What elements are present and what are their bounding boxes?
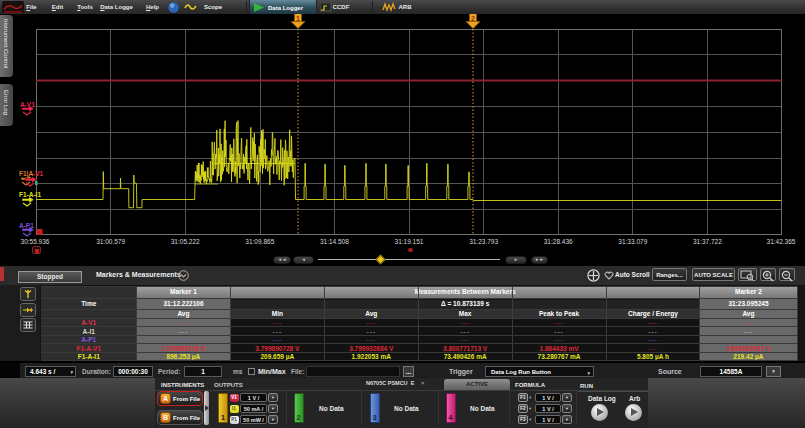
- svg-text:2: 2: [471, 15, 475, 22]
- svg-text:1: 1: [296, 15, 300, 22]
